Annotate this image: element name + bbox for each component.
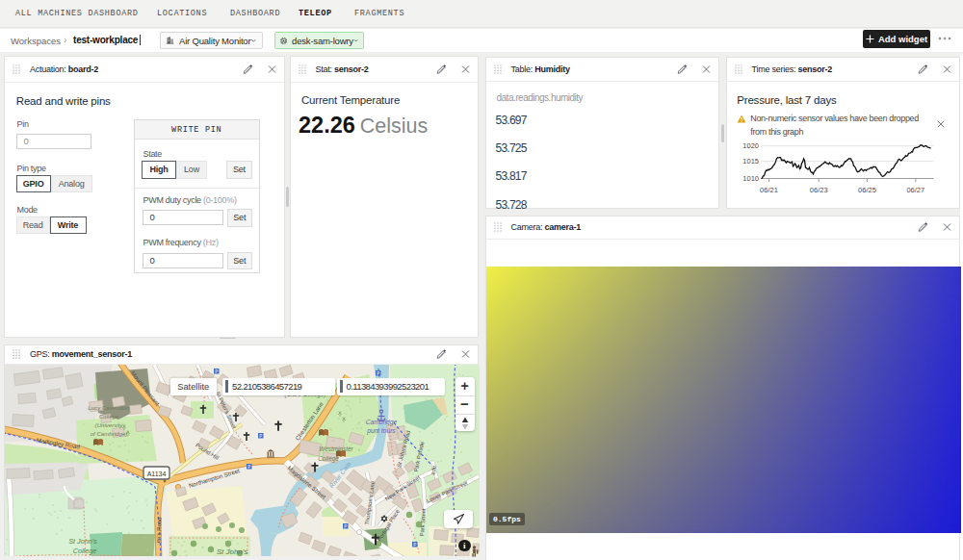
svg-text:P: P [344, 523, 347, 528]
svg-text:Lucy Cavendish: Lucy Cavendish [88, 404, 130, 411]
svg-text:1015: 1015 [742, 157, 759, 165]
svg-text:06/27: 06/27 [906, 186, 924, 194]
svg-text:1020: 1020 [742, 141, 759, 150]
svg-text:06/25: 06/25 [858, 186, 876, 194]
svg-text:of Cambridge): of Cambridge) [91, 430, 128, 437]
svg-text:P: P [215, 369, 218, 373]
svg-text:P: P [377, 370, 379, 375]
svg-text:College: College [99, 413, 119, 420]
svg-text:Westminster: Westminster [319, 445, 353, 452]
svg-text:(University: (University [95, 421, 124, 428]
svg-text:College: College [73, 547, 96, 555]
svg-text:P: P [259, 433, 262, 438]
svg-text:1010: 1010 [742, 174, 759, 183]
svg-text:06/23: 06/23 [809, 186, 827, 194]
svg-text:P: P [413, 542, 416, 547]
svg-text:06/21: 06/21 [760, 186, 778, 194]
svg-text:St John's: St John's [217, 547, 248, 556]
svg-text:College: College [318, 455, 339, 463]
svg-text:punt tours: punt tours [366, 427, 396, 435]
svg-text:Cambridge: Cambridge [366, 419, 398, 426]
svg-text:St John's: St John's [68, 537, 97, 546]
svg-text:A1134: A1134 [147, 470, 167, 476]
svg-text:P: P [247, 464, 250, 469]
